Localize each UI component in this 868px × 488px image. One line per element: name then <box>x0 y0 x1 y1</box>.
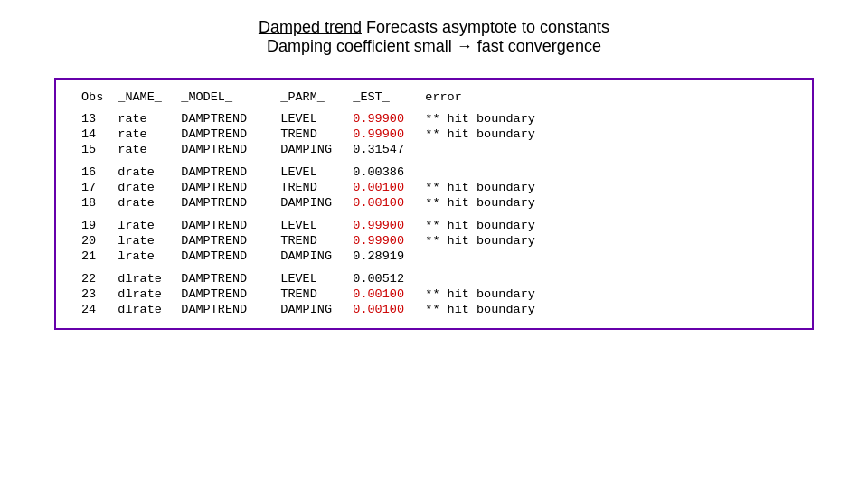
title-line-1: Damped trend Forecasts asymptote to cons… <box>259 18 609 37</box>
cell-error <box>418 271 794 286</box>
cell-error: ** hit boundary <box>418 127 794 142</box>
cell-est: 0.99900 <box>345 111 418 127</box>
cell-parm: DAMPING <box>273 195 345 211</box>
cell-obs: 18 <box>74 195 110 211</box>
cell-est: 0.00386 <box>345 164 418 180</box>
cell-model: DAMPTREND <box>174 271 273 286</box>
cell-model: DAMPTREND <box>174 127 273 142</box>
cell-name: dlrate <box>110 302 174 317</box>
cell-name: dlrate <box>110 286 174 302</box>
cell-model: DAMPTREND <box>174 218 273 233</box>
group-spacer-row <box>74 211 794 218</box>
cell-model: DAMPTREND <box>174 180 273 195</box>
cell-name: lrate <box>110 249 174 264</box>
table-row: 14rateDAMPTRENDTREND0.99900** hit bounda… <box>74 127 794 142</box>
cell-name: drate <box>110 164 174 180</box>
col-header-name: _NAME_ <box>110 90 174 111</box>
cell-obs: 13 <box>74 111 110 127</box>
cell-parm: DAMPING <box>273 142 345 157</box>
table-row: 13rateDAMPTRENDLEVEL0.99900** hit bounda… <box>74 111 794 127</box>
cell-parm: DAMPING <box>273 249 345 264</box>
cell-obs: 21 <box>74 249 110 264</box>
cell-est: 0.00100 <box>345 195 418 211</box>
cell-est: 0.99900 <box>345 233 418 249</box>
table-row: 21lrateDAMPTRENDDAMPING0.28919 <box>74 249 794 264</box>
col-header-obs: Obs <box>74 90 110 111</box>
cell-obs: 22 <box>74 271 110 286</box>
data-table-container: Obs _NAME_ _MODEL_ _PARM_ _EST_ error 13… <box>54 78 814 330</box>
col-header-parm: _PARM_ <box>273 90 345 111</box>
cell-error <box>418 142 794 157</box>
group-spacer-row <box>74 264 794 271</box>
cell-est: 0.00100 <box>345 180 418 195</box>
cell-parm: TREND <box>273 180 345 195</box>
cell-error: ** hit boundary <box>418 302 794 317</box>
cell-obs: 19 <box>74 218 110 233</box>
cell-model: DAMPTREND <box>174 142 273 157</box>
cell-est: 0.00512 <box>345 271 418 286</box>
table-row: 22dlrateDAMPTRENDLEVEL0.00512 <box>74 271 794 286</box>
cell-obs: 15 <box>74 142 110 157</box>
table-row: 24dlrateDAMPTRENDDAMPING0.00100** hit bo… <box>74 302 794 317</box>
col-header-error: error <box>418 90 794 111</box>
cell-name: lrate <box>110 233 174 249</box>
cell-parm: LEVEL <box>273 111 345 127</box>
cell-name: rate <box>110 142 174 157</box>
cell-model: DAMPTREND <box>174 164 273 180</box>
cell-name: dlrate <box>110 271 174 286</box>
title-section: Damped trend Forecasts asymptote to cons… <box>259 18 609 56</box>
cell-est: 0.28919 <box>345 249 418 264</box>
cell-error: ** hit boundary <box>418 233 794 249</box>
cell-est: 0.00100 <box>345 286 418 302</box>
cell-est: 0.31547 <box>345 142 418 157</box>
table-row: 20lrateDAMPTRENDTREND0.99900** hit bound… <box>74 233 794 249</box>
cell-name: lrate <box>110 218 174 233</box>
cell-error: ** hit boundary <box>418 111 794 127</box>
cell-error: ** hit boundary <box>418 195 794 211</box>
cell-parm: LEVEL <box>273 218 345 233</box>
title-rest-part: Forecasts asymptote to constants <box>362 18 609 36</box>
table-row: 23dlrateDAMPTRENDTREND0.00100** hit boun… <box>74 286 794 302</box>
cell-parm: LEVEL <box>273 271 345 286</box>
cell-name: drate <box>110 195 174 211</box>
table-row: 18drateDAMPTRENDDAMPING0.00100** hit bou… <box>74 195 794 211</box>
table-row: 19lrateDAMPTRENDLEVEL0.99900** hit bound… <box>74 218 794 233</box>
cell-name: drate <box>110 180 174 195</box>
cell-name: rate <box>110 111 174 127</box>
cell-obs: 16 <box>74 164 110 180</box>
table-row: 17drateDAMPTRENDTREND0.00100** hit bound… <box>74 180 794 195</box>
cell-est: 0.99900 <box>345 127 418 142</box>
cell-parm: DAMPING <box>273 302 345 317</box>
cell-parm: TREND <box>273 233 345 249</box>
cell-name: rate <box>110 127 174 142</box>
cell-obs: 24 <box>74 302 110 317</box>
cell-model: DAMPTREND <box>174 302 273 317</box>
cell-parm: TREND <box>273 127 345 142</box>
cell-error: ** hit boundary <box>418 180 794 195</box>
cell-model: DAMPTREND <box>174 111 273 127</box>
table-row: 16drateDAMPTRENDLEVEL0.00386 <box>74 164 794 180</box>
col-header-model: _MODEL_ <box>174 90 273 111</box>
cell-est: 0.99900 <box>345 218 418 233</box>
cell-model: DAMPTREND <box>174 233 273 249</box>
cell-model: DAMPTREND <box>174 195 273 211</box>
cell-error: ** hit boundary <box>418 286 794 302</box>
cell-parm: LEVEL <box>273 164 345 180</box>
table-row: 15rateDAMPTRENDDAMPING0.31547 <box>74 142 794 157</box>
cell-model: DAMPTREND <box>174 286 273 302</box>
cell-obs: 14 <box>74 127 110 142</box>
cell-error <box>418 249 794 264</box>
cell-obs: 23 <box>74 286 110 302</box>
col-header-est: _EST_ <box>345 90 418 111</box>
cell-obs: 17 <box>74 180 110 195</box>
title-underline-part: Damped trend <box>259 18 362 36</box>
cell-parm: TREND <box>273 286 345 302</box>
cell-error <box>418 164 794 180</box>
cell-model: DAMPTREND <box>174 249 273 264</box>
cell-obs: 20 <box>74 233 110 249</box>
group-spacer-row <box>74 157 794 164</box>
results-table: Obs _NAME_ _MODEL_ _PARM_ _EST_ error 13… <box>74 90 794 317</box>
cell-est: 0.00100 <box>345 302 418 317</box>
cell-error: ** hit boundary <box>418 218 794 233</box>
title-line-2: Damping coefficient small → fast converg… <box>259 37 609 56</box>
